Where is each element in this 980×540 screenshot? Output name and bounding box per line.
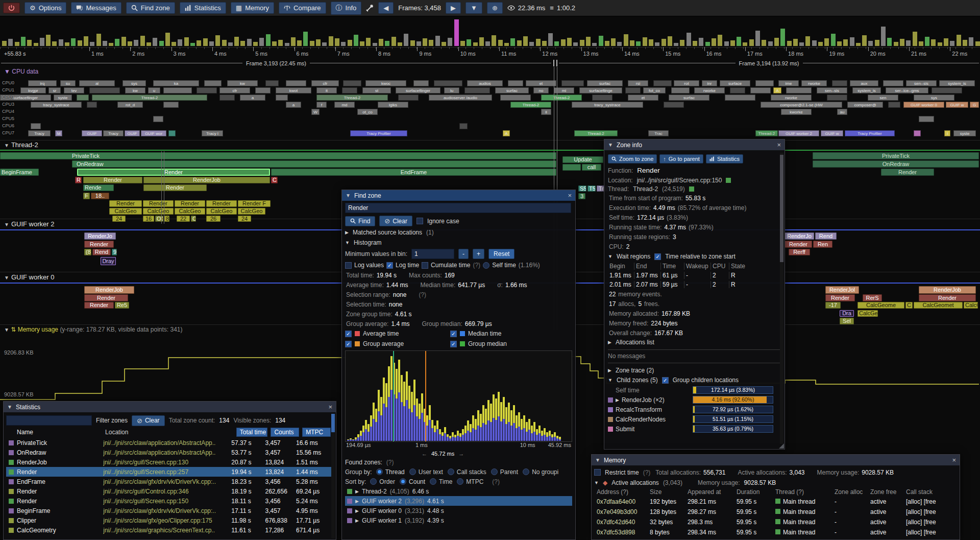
cpu-zone[interactable]: a [240,95,265,101]
frame-bar[interactable] [385,41,389,46]
expand-icon[interactable]: ▶ [355,518,359,523]
frame-bar[interactable] [573,42,578,46]
messages-button[interactable]: Messages [71,2,121,14]
timeline-zone[interactable]: CalcGeo [206,208,237,215]
cpu-zone[interactable]: M [55,130,62,136]
timeline-zone[interactable]: Rend [92,249,111,255]
cpu-zone[interactable] [163,102,179,108]
cpu-zone[interactable]: Tracy I [202,130,223,136]
timeline-zone[interactable]: Render [83,177,142,183]
frame-bar[interactable] [228,42,233,46]
zoom-to-zone-button[interactable]: Zoom to zone [608,154,657,163]
timeline-zone[interactable]: RenderJo [84,232,116,240]
cpu-zone[interactable] [153,116,163,122]
timeline-zone[interactable]: C [271,177,278,183]
frame-bar[interactable] [329,36,333,46]
collapse-icon[interactable]: ▼ [4,222,9,227]
timeline-zone[interactable]: CalcGeo [109,208,142,215]
cpu-zone[interactable]: composer@ [847,102,883,108]
frame-bar[interactable] [931,39,936,46]
timeline-zone[interactable]: Render [84,294,128,301]
cpu-zone[interactable]: ot_co [357,109,378,115]
stats-table-row[interactable]: EndFramejni/../jni/src/claw/gfx/drv/vk/D… [6,477,333,486]
timeline-zone[interactable]: Re5 [115,302,129,309]
frame-bar[interactable] [862,35,867,46]
frame-bar[interactable] [310,41,314,46]
found-zone-group[interactable]: ▶Thread-2(4,105)6.46 s [345,486,572,496]
cpu-zone[interactable]: A [503,130,510,136]
frame-bar[interactable] [843,39,848,46]
frame-bar[interactable] [272,41,277,46]
timeline-zone[interactable]: call [582,164,601,171]
zone-search-input[interactable] [345,203,571,213]
close-icon[interactable]: × [568,192,572,199]
radio-option[interactable]: User text [409,468,443,476]
cpu-zone[interactable]: system_is [939,80,975,86]
frame-bar[interactable] [348,40,352,46]
frame-bar[interactable] [636,41,641,46]
timeline-zone[interactable]: 24 [112,216,126,222]
cpu-zone[interactable] [508,80,523,86]
cpu-zone[interactable] [197,87,217,93]
frame-bar[interactable] [975,41,980,46]
cpu-zone[interactable]: GUIF [125,130,140,136]
timeline-zone[interactable]: Sel [840,318,854,324]
histogram-plot[interactable] [345,350,572,442]
frame-bar[interactable] [473,42,478,46]
statistics-titlebar[interactable]: ▼ Statistics × [4,402,336,412]
frame-bar[interactable] [624,34,628,46]
timeline-zone[interactable]: Rend [815,232,837,240]
frame-bar[interactable] [84,36,88,46]
cpu-zone[interactable] [31,123,41,129]
cpu-zone[interactable]: no [533,87,549,93]
frame-bar[interactable] [34,43,38,46]
cpu-zone[interactable]: Thread-2 [755,130,778,136]
cpu-zone[interactable]: sr [48,87,61,93]
frame-bar[interactable] [611,38,616,46]
collapse-icon[interactable]: ▼ [608,378,612,383]
frame-bar[interactable] [96,34,101,46]
child-zone-row[interactable]: ▶RenderJob (×2)4.16 ms (92.60%) [608,395,781,405]
restrict-time-checkbox[interactable] [594,469,601,476]
timeline-zone[interactable]: Render [77,169,270,176]
cpu-zone[interactable]: Tracy [28,130,51,136]
cpu-zone[interactable]: Tracy Profiler [350,130,407,136]
location-value[interactable]: jni/../jni/src/guif/Screen.cpp:150 [637,177,722,184]
cpu-zone[interactable] [883,80,903,86]
call-stack-alloc[interactable]: [alloc] [906,498,924,505]
timeline-zone[interactable]: 16 [143,216,154,222]
cpu-zone[interactable] [163,87,192,93]
timeline-zone[interactable]: Render [825,294,855,301]
cpu-zone[interactable] [919,116,934,122]
cpu-zone[interactable]: md [334,102,355,108]
cpu-zone[interactable]: Tracy [103,130,124,136]
timeline-zone[interactable]: 9 [112,249,117,255]
timeline-zone[interactable]: Render [919,294,976,301]
stats-table-row[interactable]: BeginFramejni/../jni/src/claw/gfx/drv/vk… [6,506,333,515]
stats-table-row[interactable]: OnRedrawjni/../jni/src/claw/application/… [6,448,333,457]
frame-bar[interactable] [103,41,107,46]
column-header-total-time[interactable]: Total time [236,428,268,437]
timeline-zone[interactable]: Render [84,302,114,309]
timeline-zone[interactable]: -17 [825,302,841,309]
cpu-zone[interactable] [730,87,745,93]
log-values-checkbox[interactable] [345,262,352,269]
allocation-column-header[interactable]: Size [650,488,688,496]
legend-item[interactable]: ✓Median time [450,328,555,339]
thread-header[interactable]: ▼Thread-2 [4,141,38,149]
frame-bar[interactable] [498,40,503,46]
cpu-zone[interactable] [914,130,921,136]
frame-bar[interactable] [730,40,735,46]
frame-bar[interactable] [831,34,836,46]
frame-bar[interactable] [561,39,566,46]
frame-bar[interactable] [919,41,923,46]
frame-bar[interactable] [737,37,741,46]
cpu-zone[interactable] [342,87,357,93]
frame-bar[interactable] [492,35,496,46]
frame-bar[interactable] [410,40,415,46]
cpu-zone[interactable]: rsi [628,80,648,86]
cpu-zone[interactable] [434,80,462,86]
timeline-zone[interactable]: BeginFrame [0,169,39,176]
frame-bar[interactable] [416,41,421,46]
frame-bar[interactable] [850,37,854,46]
